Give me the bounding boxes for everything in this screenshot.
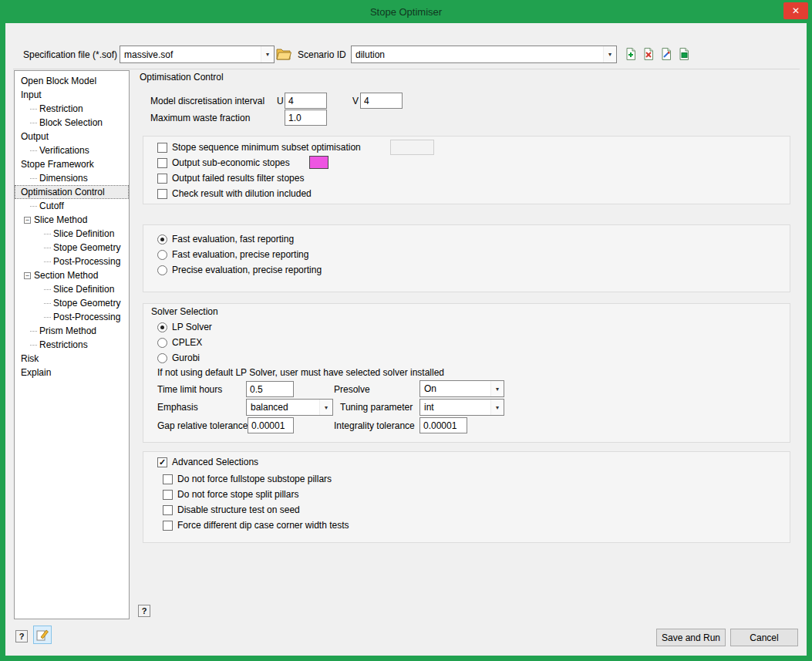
u-input[interactable] bbox=[285, 93, 327, 109]
collapse-icon[interactable]: − bbox=[24, 272, 31, 279]
chevron-down-icon: ▾ bbox=[490, 400, 504, 415]
scenario-delete-icon[interactable] bbox=[641, 46, 656, 62]
tree-item-label: Post-Processing bbox=[53, 256, 120, 267]
tree-item-label: Risk bbox=[21, 353, 39, 364]
checkbox-dip-case-tests[interactable]: Force different dip case corner width te… bbox=[163, 520, 349, 531]
tuning-parameter-label: Tuning parameter bbox=[340, 402, 413, 413]
radio-gurobi[interactable]: Gurobi bbox=[157, 352, 200, 363]
save-and-run-button[interactable]: Save and Run bbox=[656, 629, 726, 646]
radio-label: CPLEX bbox=[172, 337, 202, 348]
tree-item-optimisation-control[interactable]: Optimisation Control bbox=[15, 185, 129, 199]
radio-fast-fast[interactable]: Fast evaluation, fast reporting bbox=[157, 234, 294, 245]
tree-item-label: Verifications bbox=[39, 145, 89, 156]
tree-item-dimensions[interactable]: Dimensions bbox=[15, 171, 129, 185]
chevron-down-icon: ▾ bbox=[319, 400, 332, 415]
checkbox-label: Output sub-economic stopes bbox=[172, 157, 290, 168]
tuning-parameter-combo[interactable]: int ▾ bbox=[419, 399, 504, 416]
checkbox-box bbox=[163, 521, 173, 531]
emphasis-combo[interactable]: balanced ▾ bbox=[246, 399, 333, 416]
tree-item-restriction[interactable]: Restriction bbox=[15, 102, 129, 116]
tree-item-input[interactable]: Input bbox=[15, 88, 129, 102]
emphasis-value: balanced bbox=[251, 402, 288, 413]
tree-item-label: Slice Method bbox=[34, 214, 87, 225]
tree-item-section-method[interactable]: − Section Method bbox=[15, 268, 129, 282]
output-options-panel: Stope sequence minimum subset optimisati… bbox=[143, 136, 790, 204]
tree-item-stope-framework[interactable]: Stope Framework bbox=[15, 157, 129, 171]
checkbox-label: Force different dip case corner width te… bbox=[177, 520, 349, 531]
tree-item-stope-geometry[interactable]: Stope Geometry bbox=[15, 241, 129, 255]
checkbox-dilution-check[interactable]: Check result with dilution included bbox=[157, 188, 312, 199]
radio-lp-solver[interactable]: LP Solver bbox=[157, 322, 212, 332]
tree-item-restrictions[interactable]: Restrictions bbox=[15, 338, 129, 352]
checkbox-fullstope-pillars[interactable]: Do not force fullstope substope pillars bbox=[163, 474, 332, 484]
checkbox-label: Disable structure test on seed bbox=[177, 504, 300, 515]
tree-item-label: Slice Definition bbox=[53, 228, 114, 239]
checkbox-box bbox=[163, 490, 173, 500]
checkbox-box bbox=[157, 189, 167, 199]
tree-item-label: Open Block Model bbox=[21, 76, 96, 86]
waste-fraction-input[interactable] bbox=[285, 110, 327, 126]
open-folder-icon[interactable] bbox=[276, 46, 291, 62]
checkbox-structure-test[interactable]: Disable structure test on seed bbox=[163, 504, 300, 515]
scenario-id-value: dilution bbox=[355, 49, 385, 60]
checkbox-advanced-selections[interactable]: ✓ Advanced Selections bbox=[157, 457, 258, 467]
tree-item-label: Stope Framework bbox=[21, 159, 94, 170]
help-icon[interactable]: ? bbox=[138, 605, 150, 617]
gap-tolerance-label: Gap relative tolerance bbox=[157, 420, 248, 431]
checkbox-label: Stope sequence minimum subset optimisati… bbox=[172, 142, 361, 153]
close-icon[interactable]: ✕ bbox=[783, 2, 808, 19]
tree-item-prism-method[interactable]: Prism Method bbox=[15, 324, 129, 338]
tuning-parameter-value: int bbox=[424, 402, 434, 413]
checkbox-stope-sequence[interactable]: Stope sequence minimum subset optimisati… bbox=[157, 142, 361, 153]
gap-tolerance-input[interactable] bbox=[248, 417, 294, 433]
scenario-id-combo[interactable]: dilution ▾ bbox=[351, 46, 617, 63]
tree-item-explain[interactable]: Explain bbox=[15, 366, 129, 379]
radio-cplex[interactable]: CPLEX bbox=[157, 337, 202, 348]
time-limit-label: Time limit hours bbox=[157, 384, 222, 395]
color-swatch-button[interactable] bbox=[309, 156, 329, 169]
radio-label: LP Solver bbox=[172, 322, 212, 332]
time-limit-input[interactable] bbox=[246, 381, 294, 397]
checkbox-split-pillars[interactable]: Do not force stope split pillars bbox=[163, 489, 298, 500]
tree-item-verifications[interactable]: Verifications bbox=[15, 143, 129, 157]
waste-fraction-label: Maximum waste fraction bbox=[150, 113, 250, 123]
tree-item-risk[interactable]: Risk bbox=[15, 352, 129, 366]
tree-item-slice-definition-2[interactable]: Slice Definition bbox=[15, 282, 129, 296]
scenario-save-icon[interactable] bbox=[676, 46, 692, 62]
tree-item-label: Explain bbox=[21, 367, 51, 378]
scenario-rename-icon[interactable] bbox=[659, 46, 674, 62]
tree-item-cutoff[interactable]: Cutoff bbox=[15, 199, 129, 213]
tree-item-slice-method[interactable]: − Slice Method bbox=[15, 213, 129, 227]
presolve-combo[interactable]: On ▾ bbox=[419, 380, 504, 397]
radio-precise-precise[interactable]: Precise evaluation, precise reporting bbox=[157, 265, 322, 275]
solver-note: If not using default LP Solver, user mus… bbox=[157, 367, 444, 378]
checkbox-failed-results[interactable]: Output failed results filter stopes bbox=[157, 173, 304, 184]
radio-fast-precise[interactable]: Fast evaluation, precise reporting bbox=[157, 249, 308, 260]
section-title: Optimisation Control bbox=[140, 72, 224, 83]
checkbox-label: Do not force stope split pillars bbox=[177, 489, 298, 500]
tree-item-slice-definition[interactable]: Slice Definition bbox=[15, 227, 129, 241]
tree-item-label: Block Selection bbox=[39, 117, 103, 128]
collapse-icon[interactable]: − bbox=[24, 217, 31, 224]
tree-item-post-processing-2[interactable]: Post-Processing bbox=[15, 310, 129, 324]
radio-dot bbox=[157, 353, 167, 363]
chevron-down-icon: ▾ bbox=[490, 381, 504, 396]
v-input[interactable] bbox=[360, 93, 403, 109]
tree-item-open-block-model[interactable]: Open Block Model bbox=[15, 74, 129, 88]
cancel-button[interactable]: Cancel bbox=[730, 629, 798, 646]
spec-file-label: Specification file (*.sof) bbox=[23, 49, 117, 60]
spec-file-combo[interactable]: massive.sof ▾ bbox=[120, 46, 275, 63]
checkbox-sub-economic[interactable]: Output sub-economic stopes bbox=[157, 157, 290, 168]
integrality-tolerance-input[interactable] bbox=[419, 417, 467, 433]
checkbox-label: Do not force fullstope substope pillars bbox=[177, 474, 332, 484]
edit-notes-icon[interactable] bbox=[33, 626, 52, 644]
help-icon[interactable]: ? bbox=[15, 630, 28, 642]
tree-item-stope-geometry-2[interactable]: Stope Geometry bbox=[15, 296, 129, 310]
checkbox-box bbox=[157, 158, 167, 168]
scenario-add-icon[interactable] bbox=[623, 46, 638, 62]
checkbox-label: Output failed results filter stopes bbox=[172, 173, 304, 184]
tree-item-output[interactable]: Output bbox=[15, 130, 129, 143]
tree-item-label: Slice Definition bbox=[53, 284, 114, 295]
tree-item-block-selection[interactable]: Block Selection bbox=[15, 116, 129, 130]
tree-item-post-processing[interactable]: Post-Processing bbox=[15, 255, 129, 268]
